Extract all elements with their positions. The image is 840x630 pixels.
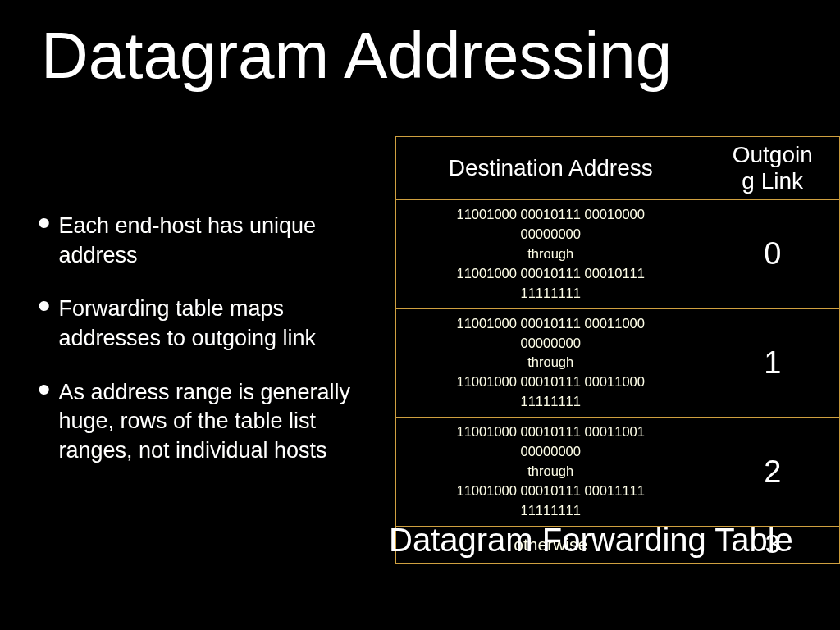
list-item: • As address range is generally huge, ro…: [38, 378, 382, 466]
addr-line: 00000000: [401, 334, 700, 354]
list-item: • Each end-host has unique address: [38, 212, 382, 270]
table-row: 11001000 00010111 00010000 00000000 thro…: [396, 200, 840, 309]
page-title: Datagram Addressing: [41, 18, 672, 94]
header-link: Outgoin g Link: [705, 137, 840, 200]
addr-line: 00000000: [401, 225, 700, 244]
table-header-row: Destination Address Outgoin g Link: [396, 137, 840, 200]
list-item: • Forwarding table maps addresses to out…: [38, 294, 382, 353]
addr-line: 11001000 00010111 00011001: [401, 422, 700, 442]
bullet-text: Each end-host has unique address: [58, 212, 382, 270]
forwarding-table: Destination Address Outgoin g Link 11001…: [395, 136, 840, 564]
table-row: 11001000 00010111 00011001 00000000 thro…: [396, 418, 840, 527]
table-row: 11001000 00010111 00011000 00000000 thro…: [396, 308, 840, 418]
addr-line: 11001000 00010111 00011111: [401, 482, 700, 501]
destination-cell: 11001000 00010111 00010000 00000000 thro…: [396, 200, 705, 309]
addr-line: 00000000: [401, 442, 700, 462]
addr-line: through: [401, 353, 700, 372]
addr-line: 11001000 00010111 00010000: [401, 205, 700, 225]
bullet-text: Forwarding table maps addresses to outgo…: [58, 294, 382, 353]
addr-line: 11111111: [401, 284, 700, 304]
addr-line: 11111111: [401, 501, 700, 521]
table-caption: Datagram Forwarding Table: [389, 522, 793, 559]
addr-line: 11001000 00010111 00011000: [401, 372, 700, 392]
addr-line: 11001000 00010111 00010111: [401, 264, 700, 284]
link-cell: 2: [705, 418, 840, 527]
bullet-icon: •: [38, 213, 50, 270]
destination-cell: 11001000 00010111 00011001 00000000 thro…: [396, 418, 705, 527]
bullet-text: As address range is generally huge, rows…: [58, 378, 382, 466]
addr-line: through: [401, 462, 700, 482]
link-cell: 1: [705, 308, 840, 418]
link-cell: 0: [705, 200, 840, 309]
destination-cell: 11001000 00010111 00011000 00000000 thro…: [396, 308, 705, 418]
addr-line: through: [401, 244, 700, 264]
addr-line: 11001000 00010111 00011000: [401, 314, 700, 334]
bullet-icon: •: [38, 380, 50, 466]
bullet-icon: •: [38, 296, 50, 353]
header-destination: Destination Address: [396, 137, 705, 200]
addr-line: 11111111: [401, 392, 700, 412]
bullet-list: • Each end-host has unique address • For…: [38, 212, 382, 490]
